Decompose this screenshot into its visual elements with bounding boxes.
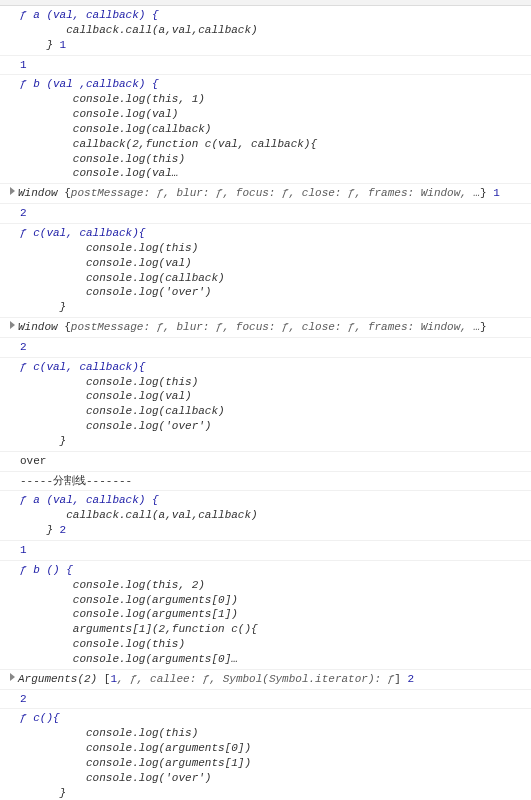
- console-log: ƒ a (val, callback) { callback.call(a,va…: [0, 6, 531, 800]
- function-keyword: ƒ: [20, 361, 33, 373]
- console-entry: Window {postMessage: ƒ, blur: ƒ, focus: …: [0, 184, 531, 204]
- disclosure-triangle-icon[interactable]: [10, 673, 15, 681]
- function-body-line: console.log(arguments[0]…: [20, 653, 238, 665]
- console-entry: 1: [0, 56, 531, 76]
- function-body-line: }: [20, 787, 66, 799]
- function-body-line: console.log(callback): [20, 405, 225, 417]
- function-signature: c(val, callback){: [33, 227, 145, 239]
- function-body-line: }: [20, 524, 53, 536]
- numeric-value: 2: [20, 693, 27, 705]
- brace-open: {: [64, 187, 71, 199]
- function-body-line: console.log(this): [20, 376, 198, 388]
- disclosure-triangle-icon[interactable]: [10, 187, 15, 195]
- arg-value: , ƒ,: [117, 673, 150, 685]
- function-body-line: console.log(val…: [20, 167, 178, 179]
- function-body-line: console.log(this, 2): [20, 579, 205, 591]
- object-name[interactable]: Window: [18, 187, 64, 199]
- function-body-line: callback.call(a,val,callback): [20, 509, 258, 521]
- function-body-line: console.log('over'): [20, 420, 211, 432]
- console-entry: ƒ c(){ console.log(this) console.log(arg…: [0, 709, 531, 800]
- function-body-line: console.log('over'): [20, 772, 211, 784]
- function-signature: c(val, callback){: [33, 361, 145, 373]
- function-body-line: console.log(arguments[1]): [20, 608, 238, 620]
- console-entry: ƒ c(val, callback){ console.log(this) co…: [0, 224, 531, 318]
- object-preview: callee: ƒ, Symbol(Symbol.iterator): ƒ: [150, 673, 394, 685]
- disclosure-triangle-icon[interactable]: [10, 321, 15, 329]
- brace-close: }: [480, 321, 487, 333]
- function-keyword: ƒ: [20, 712, 33, 724]
- function-signature: b (val ,callback) {: [33, 78, 158, 90]
- function-body-line: console.log(arguments[1]): [20, 757, 251, 769]
- console-entry: ƒ a (val, callback) { callback.call(a,va…: [0, 491, 531, 541]
- function-body-line: console.log(this): [20, 638, 185, 650]
- function-body-line: console.log(this): [20, 153, 185, 165]
- console-entry: ƒ b () { console.log(this, 2) console.lo…: [0, 561, 531, 670]
- console-entry: 2: [0, 338, 531, 358]
- text-value: over: [20, 455, 46, 467]
- trailing-number: 2: [53, 524, 66, 536]
- function-body-line: console.log(this): [20, 242, 198, 254]
- function-body-line: console.log(callback): [20, 123, 211, 135]
- function-body-line: console.log(this): [20, 727, 198, 739]
- function-body-line: console.log(val): [20, 257, 192, 269]
- function-body-line: console.log('over'): [20, 286, 211, 298]
- console-entry: 2: [0, 690, 531, 710]
- brace-open: {: [64, 321, 71, 333]
- function-body-line: console.log(callback): [20, 272, 225, 284]
- console-entry: over: [0, 452, 531, 472]
- object-name[interactable]: Window: [18, 321, 64, 333]
- console-entry: ƒ a (val, callback) { callback.call(a,va…: [0, 6, 531, 56]
- function-body-line: }: [20, 435, 66, 447]
- arguments-label[interactable]: Arguments(2): [18, 673, 104, 685]
- trailing-number: 1: [487, 187, 500, 199]
- function-keyword: ƒ: [20, 9, 33, 21]
- console-entry: ƒ c(val, callback){ console.log(this) co…: [0, 358, 531, 452]
- function-signature: a (val, callback) {: [33, 494, 158, 506]
- function-body-line: console.log(this, 1): [20, 93, 205, 105]
- numeric-value: 1: [20, 544, 27, 556]
- function-body-line: }: [20, 39, 53, 51]
- numeric-value: 1: [20, 59, 27, 71]
- function-signature: c(){: [33, 712, 59, 724]
- function-body-line: console.log(arguments[0]): [20, 742, 251, 754]
- function-body-line: console.log(val): [20, 108, 178, 120]
- function-signature: b () {: [33, 564, 73, 576]
- brace-close: }: [480, 187, 487, 199]
- function-body-line: callback(2,function c(val, callback){: [20, 138, 317, 150]
- object-preview: postMessage: ƒ, blur: ƒ, focus: ƒ, close…: [71, 187, 480, 199]
- function-body-line: }: [20, 301, 66, 313]
- console-entry: 2: [0, 204, 531, 224]
- function-keyword: ƒ: [20, 494, 33, 506]
- function-keyword: ƒ: [20, 564, 33, 576]
- function-signature: a (val, callback) {: [33, 9, 158, 21]
- function-body-line: console.log(val): [20, 390, 192, 402]
- console-entry: -----分割线-------: [0, 472, 531, 492]
- object-preview: postMessage: ƒ, blur: ƒ, focus: ƒ, close…: [71, 321, 480, 333]
- function-body-line: console.log(arguments[0]): [20, 594, 238, 606]
- numeric-value: 2: [20, 207, 27, 219]
- function-body-line: callback.call(a,val,callback): [20, 24, 258, 36]
- console-entry: ƒ b (val ,callback) { console.log(this, …: [0, 75, 531, 184]
- numeric-value: 2: [20, 341, 27, 353]
- console-entry: Window {postMessage: ƒ, blur: ƒ, focus: …: [0, 318, 531, 338]
- trailing-number: 2: [401, 673, 414, 685]
- console-entry: Arguments(2) [1, ƒ, callee: ƒ, Symbol(Sy…: [0, 670, 531, 690]
- text-value: -----分割线-------: [20, 475, 132, 487]
- function-keyword: ƒ: [20, 227, 33, 239]
- function-body-line: arguments[1](2,function c(){: [20, 623, 258, 635]
- trailing-number: 1: [53, 39, 66, 51]
- console-entry: 1: [0, 541, 531, 561]
- function-keyword: ƒ: [20, 78, 33, 90]
- bracket-close: ]: [394, 673, 401, 685]
